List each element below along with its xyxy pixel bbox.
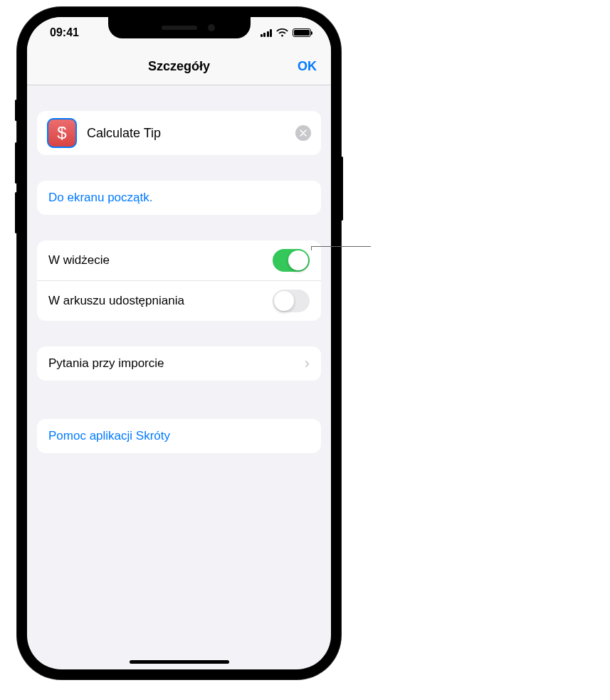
shortcut-icon[interactable]: $ bbox=[47, 118, 77, 148]
import-questions-button[interactable]: Pytania przy imporcie › bbox=[37, 346, 321, 381]
share-sheet-toggle[interactable] bbox=[273, 290, 310, 312]
wifi-icon bbox=[276, 28, 288, 37]
chevron-right-icon: › bbox=[305, 356, 310, 371]
speaker bbox=[162, 26, 197, 30]
widget-row: W widżecie bbox=[37, 240, 321, 280]
share-sheet-label: W arkuszu udostępniania bbox=[48, 294, 184, 308]
content: $ Calculate Tip Do ekranu początk. bbox=[27, 85, 331, 453]
add-to-home-label: Do ekranu początk. bbox=[48, 191, 152, 205]
callout-line bbox=[311, 246, 371, 247]
dollar-icon: $ bbox=[57, 123, 66, 143]
clear-button[interactable] bbox=[295, 125, 311, 141]
nav-bar: Szczegóły OK bbox=[27, 48, 331, 85]
status-indicators bbox=[261, 28, 312, 37]
power-button bbox=[341, 157, 343, 221]
cellular-signal-icon bbox=[261, 29, 273, 37]
home-indicator[interactable] bbox=[130, 660, 229, 664]
close-icon bbox=[300, 129, 307, 137]
toggle-group: W widżecie W arkuszu udostępniania bbox=[37, 240, 321, 321]
screen: 09:41 Szczegóły OK $ bbox=[27, 17, 331, 669]
shortcut-title-row: $ Calculate Tip bbox=[37, 111, 321, 155]
nav-title: Szczegóły bbox=[148, 59, 210, 74]
help-button[interactable]: Pomoc aplikacji Skróty bbox=[37, 419, 321, 453]
widget-toggle[interactable] bbox=[273, 249, 310, 272]
help-label: Pomoc aplikacji Skróty bbox=[48, 429, 170, 443]
add-to-home-button[interactable]: Do ekranu początk. bbox=[37, 181, 321, 215]
import-questions-group: Pytania przy imporcie › bbox=[37, 346, 321, 381]
import-questions-label: Pytania przy imporcie bbox=[48, 356, 164, 371]
phone-frame: 09:41 Szczegóły OK $ bbox=[17, 7, 341, 679]
volume-down-button bbox=[15, 192, 17, 233]
widget-label: W widżecie bbox=[48, 253, 110, 267]
notch bbox=[108, 17, 251, 38]
toggle-knob bbox=[288, 250, 308, 270]
mute-switch bbox=[15, 100, 17, 121]
battery-icon bbox=[293, 28, 311, 37]
shortcut-title-group: $ Calculate Tip bbox=[37, 111, 321, 155]
volume-up-button bbox=[15, 142, 17, 184]
shortcut-name-field[interactable]: Calculate Tip bbox=[87, 126, 295, 141]
status-time: 09:41 bbox=[50, 26, 79, 39]
ok-button[interactable]: OK bbox=[298, 59, 317, 74]
toggle-knob bbox=[274, 291, 294, 311]
add-to-home-group: Do ekranu początk. bbox=[37, 181, 321, 215]
help-group: Pomoc aplikacji Skróty bbox=[37, 419, 321, 453]
share-sheet-row: W arkuszu udostępniania bbox=[37, 280, 321, 321]
front-camera bbox=[208, 24, 215, 31]
